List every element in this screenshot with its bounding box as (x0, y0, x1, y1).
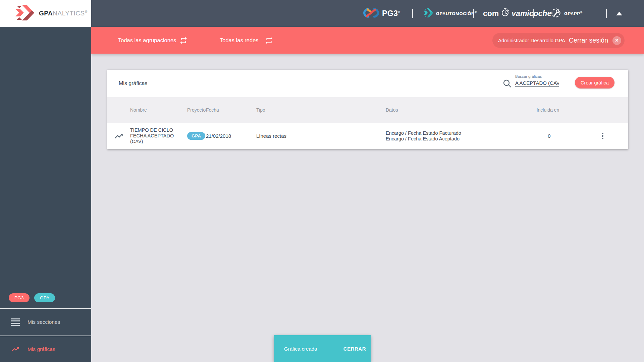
cell-fecha: 21/02/2018 (206, 133, 256, 139)
user-name: Administrador Desarrollo GPA (492, 38, 565, 43)
filter-bar: Todas las agrupaciones Todas las redes A… (91, 27, 644, 54)
networks-filter[interactable]: Todas las redes (220, 27, 259, 54)
sections-list-icon (11, 318, 20, 326)
pg3-badge[interactable]: PG3 (9, 293, 30, 302)
datos-line-2: Encargo / Fecha Estado Aceptado (386, 136, 522, 142)
datos-line-1: Encargo / Fecha Estado Facturado (386, 130, 522, 136)
row-menu-button[interactable] (577, 133, 628, 139)
gpautomocion-arrow-icon (423, 8, 433, 19)
cell-datos: Encargo / Fecha Estado Facturado Encargo… (386, 130, 522, 142)
search-input[interactable]: Buscar gráficas A ACEPTADO (CAV) (515, 74, 559, 87)
sidebar-item-label: Mis secciones (28, 319, 60, 325)
gpapp-logo: GPAPP® (551, 0, 583, 27)
mis-graficas-card: Mis gráficas Buscar gráficas A ACEPTADO … (107, 70, 628, 149)
sidebar-item-mis-secciones[interactable]: Mis secciones (0, 308, 91, 336)
column-header-incluida-en: Incluida en (522, 107, 577, 113)
pg3-logo: PG3® (363, 0, 400, 27)
gpa-badge[interactable]: GPA (34, 293, 55, 302)
repeat-groupings-icon[interactable] (179, 36, 188, 46)
sidebar-badges: PG3 GPA (9, 293, 55, 302)
groupings-filter[interactable]: Todas las agrupaciones (118, 27, 176, 54)
pg3-logo-text: PG3® (382, 9, 400, 18)
header-separator (606, 9, 607, 18)
cell-nombre: TIEMPO DE CICLO FECHA ACEPTADO (CAV) (130, 127, 187, 144)
search-icon[interactable] (502, 79, 512, 89)
search-input-value: A ACEPTADO (CAV) (515, 80, 559, 86)
kebab-menu-icon (602, 133, 603, 139)
gpanalytics-logo: GPANALYTICS® (0, 0, 91, 27)
create-chart-button[interactable]: Crear gráfica (575, 77, 614, 88)
column-header-fecha: Fecha (206, 107, 256, 113)
logout-button[interactable]: Cerrar sesión (569, 37, 608, 44)
cell-incluida-en: 0 (522, 133, 577, 139)
column-header-nombre: Nombre (130, 107, 187, 113)
cell-proyecto: GPA (187, 132, 206, 140)
column-header-tipo: Tipo (256, 107, 386, 113)
gpautomocion-logo-text: GPAUTOMOCIÓN® (436, 11, 477, 16)
stopwatch-icon (501, 8, 509, 19)
column-header-datos: Datos (386, 107, 522, 113)
sidebar: GPANALYTICS® PG3 GPA Mis secciones Mis g… (0, 0, 91, 362)
toast-close-button[interactable]: CERRAR (343, 346, 371, 352)
project-badge: GPA (187, 132, 205, 140)
header-separator (412, 9, 413, 18)
page-title: Mis gráficas (119, 70, 147, 97)
repeat-networks-icon[interactable] (265, 36, 273, 46)
card-header: Mis gráficas Buscar gráficas A ACEPTADO … (107, 70, 628, 97)
gpautomocion-logo: GPAUTOMOCIÓN® (423, 0, 477, 27)
pg3-infinity-icon (363, 7, 379, 20)
top-header-bar: PG3® GPAUTOMOCIÓN® com (91, 0, 644, 27)
comprovamicoche-suffix: vamicoche (512, 9, 551, 18)
snackbar-toast: Gráfica creada CERRAR (274, 335, 371, 362)
table-row[interactable]: TIEMPO DE CICLO FECHA ACEPTADO (CAV) GPA… (107, 123, 628, 149)
sidebar-item-label: Mis gráficas (28, 346, 55, 352)
gpapp-wrench-icon (551, 8, 561, 19)
gpa-arrow-icon (15, 5, 34, 22)
line-chart-icon (11, 345, 20, 354)
comprovamicoche-logo: com vamicoche (483, 0, 551, 27)
trending-chart-icon (107, 131, 130, 141)
header-separator (473, 9, 474, 18)
search-input-label: Buscar gráficas (515, 74, 559, 78)
gpanalytics-logo-text: GPANALYTICS® (39, 10, 88, 17)
header-separator (533, 9, 534, 18)
toast-message: Gráfica creada (274, 346, 317, 352)
sidebar-item-mis-graficas[interactable]: Mis gráficas (0, 336, 91, 362)
cell-tipo: Líneas rectas (256, 133, 386, 139)
comprovamicoche-prefix: com (483, 9, 499, 18)
collapse-caret-icon[interactable] (616, 12, 622, 15)
table-header-row: Nombre Proyecto Fecha Tipo Datos Incluid… (107, 97, 628, 123)
column-header-proyecto: Proyecto (187, 107, 206, 113)
close-session-icon[interactable]: ✕ (612, 36, 621, 45)
user-session-pill: Administrador Desarrollo GPA Cerrar sesi… (492, 33, 625, 48)
gpapp-logo-text: GPAPP® (564, 11, 583, 16)
